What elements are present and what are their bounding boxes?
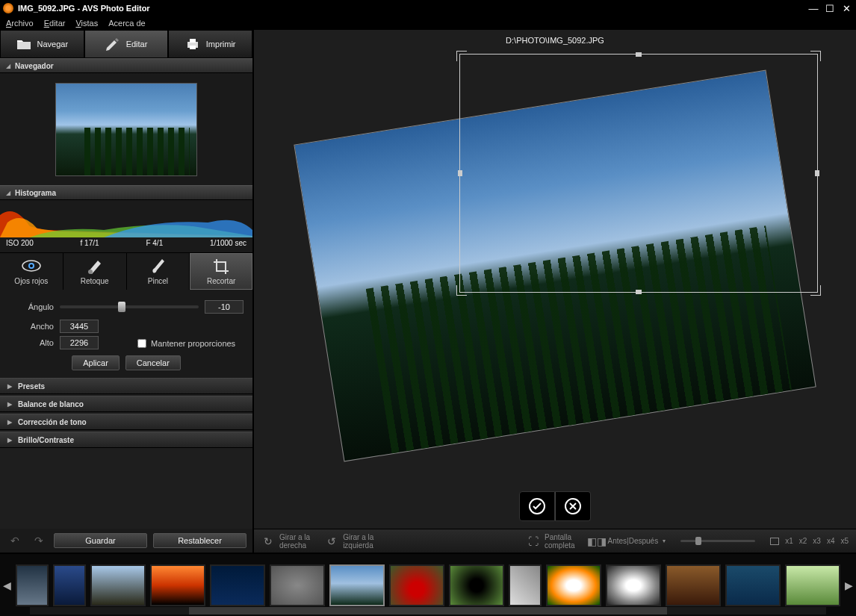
navigator-preview[interactable]: [0, 73, 252, 185]
histogram-graph: [0, 200, 252, 237]
histogram-header[interactable]: ◢ Histograma: [0, 185, 252, 200]
crop-icon: [211, 258, 232, 274]
thumbnail-scrollbar[interactable]: [30, 607, 826, 615]
crop-rectangle[interactable]: [459, 54, 818, 293]
crop-handle-lc[interactable]: [458, 170, 462, 176]
thumbnail-item[interactable]: [90, 564, 146, 606]
close-button[interactable]: ✕: [840, 2, 853, 14]
tool-crop[interactable]: Recortar: [190, 253, 252, 290]
redo-button[interactable]: ↷: [30, 534, 48, 547]
thumbnail-item[interactable]: [725, 564, 781, 606]
tab-print[interactable]: Imprimir: [168, 30, 252, 58]
tool-red-eye[interactable]: Ojos rojos: [0, 253, 63, 290]
apply-button[interactable]: Aplicar: [72, 355, 120, 370]
tool-retouch[interactable]: Retoque: [63, 253, 127, 290]
tool-brush-label: Pincel: [148, 277, 168, 285]
thumbnail-item[interactable]: [270, 564, 325, 606]
thumbnail-item[interactable]: [666, 564, 721, 606]
save-button[interactable]: Guardar: [54, 533, 147, 548]
before-after-button[interactable]: ◧◨ Antes|Después ▾: [590, 535, 666, 547]
canvas-viewport[interactable]: [254, 48, 856, 484]
check-icon: [528, 497, 546, 515]
menu-editar[interactable]: Editar: [44, 19, 66, 28]
panel-presets[interactable]: ▶ Presets: [0, 378, 252, 394]
tool-crop-label: Recortar: [207, 277, 235, 285]
thumbnail-item[interactable]: [606, 564, 661, 606]
panel-brightness-contrast[interactable]: ▶ Brillo/Contraste: [0, 432, 252, 448]
zoom-slider[interactable]: [680, 540, 755, 542]
fullscreen-button[interactable]: ⛶ Pantallacompleta: [527, 533, 575, 550]
rotate-right-button[interactable]: ↻ Girar a laderecha: [261, 533, 310, 550]
file-path: D:\PHOTO\IMG_5092.JPG: [254, 30, 856, 48]
left-sidebar: Navegar Editar Imprimir ◢ Navegador ◢ Hi…: [0, 30, 254, 553]
crop-handle-tr[interactable]: [810, 51, 821, 61]
zoom-x2[interactable]: x2: [799, 537, 807, 545]
tab-browse[interactable]: Navegar: [0, 30, 84, 58]
zoom-x4[interactable]: x4: [827, 537, 835, 545]
mode-tabs: Navegar Editar Imprimir: [0, 30, 252, 58]
canvas-area: D:\PHOTO\IMG_5092.JPG: [254, 30, 856, 553]
thumbnail-item[interactable]: [509, 564, 542, 606]
thumbnail-item[interactable]: [329, 564, 385, 606]
exif-iso: ISO 200: [6, 239, 34, 247]
fit-to-screen-button[interactable]: [770, 538, 779, 545]
window-title: IMG_5092.JPG - AVS Photo Editor: [18, 4, 807, 13]
zoom-x1[interactable]: x1: [785, 537, 793, 545]
angle-slider[interactable]: [60, 305, 199, 308]
compare-icon: ◧◨: [590, 535, 604, 547]
crop-handle-rc[interactable]: [815, 170, 819, 176]
eye-icon: [21, 258, 42, 274]
menu-acerca[interactable]: Acerca de: [108, 19, 146, 28]
panel-tone-correction[interactable]: ▶ Corrección de tono: [0, 414, 252, 430]
crop-handle-bl[interactable]: [456, 285, 467, 296]
crop-handle-tl[interactable]: [456, 51, 467, 61]
exif-shutter: 1/1000 sec: [210, 239, 246, 247]
navigator-label: Navegador: [15, 62, 54, 70]
height-value[interactable]: 2296: [60, 336, 99, 349]
crop-handle-bc[interactable]: [636, 290, 642, 294]
angle-value[interactable]: -10: [205, 300, 244, 314]
confirm-accept-button[interactable]: [519, 491, 555, 521]
confirm-buttons: [254, 484, 856, 529]
thumbnail-item[interactable]: [389, 564, 444, 606]
width-label: Ancho: [9, 322, 54, 331]
thumb-next-button[interactable]: ▶: [845, 563, 853, 608]
angle-label: Ángulo: [9, 302, 54, 311]
collapse-icon: ◢: [6, 63, 10, 69]
navigator-header[interactable]: ◢ Navegador: [0, 58, 252, 73]
maximize-button[interactable]: ☐: [823, 2, 837, 14]
undo-button[interactable]: ↶: [6, 534, 24, 547]
thumbnail-item[interactable]: [546, 564, 601, 606]
cancel-button[interactable]: Cancelar: [125, 355, 181, 370]
thumbnail-item[interactable]: [210, 564, 265, 606]
svg-point-6: [88, 270, 93, 274]
menu-vistas[interactable]: Vistas: [75, 19, 98, 28]
histogram-label: Histograma: [15, 189, 56, 197]
expand-icon: ▶: [7, 419, 12, 426]
thumbnail-item[interactable]: [53, 564, 86, 606]
bottom-toolbar: ↻ Girar a laderecha ↺ Girar a laizquierd…: [254, 529, 856, 553]
tab-browse-label: Navegar: [37, 40, 69, 49]
thumbnail-item[interactable]: [785, 564, 840, 606]
keep-proportions-checkbox[interactable]: [137, 339, 146, 348]
tool-brush[interactable]: Pincel: [127, 253, 190, 290]
thumb-prev-button[interactable]: ◀: [3, 563, 11, 608]
width-value[interactable]: 3445: [60, 320, 99, 333]
thumbnail-item[interactable]: [150, 564, 205, 606]
thumbnail-item[interactable]: [16, 564, 49, 606]
menu-archivo[interactable]: AArchivorchivo: [6, 19, 34, 28]
zoom-x3[interactable]: x3: [813, 537, 821, 545]
brush-icon: [147, 258, 168, 274]
confirm-reject-button[interactable]: [555, 491, 591, 521]
zoom-x5[interactable]: x5: [840, 537, 849, 545]
minimize-button[interactable]: —: [807, 2, 820, 14]
reset-button[interactable]: Restablecer: [153, 533, 246, 548]
white-balance-label: Balance de blanco: [18, 400, 84, 408]
crop-handle-br[interactable]: [810, 285, 821, 296]
rotate-left-button[interactable]: ↺ Girar a laizquierda: [325, 533, 373, 550]
thumbnail-item[interactable]: [449, 564, 504, 606]
panel-white-balance[interactable]: ▶ Balance de blanco: [0, 396, 252, 412]
crop-handle-tc[interactable]: [636, 52, 642, 57]
printer-icon: [185, 37, 200, 51]
tab-edit[interactable]: Editar: [84, 30, 169, 58]
